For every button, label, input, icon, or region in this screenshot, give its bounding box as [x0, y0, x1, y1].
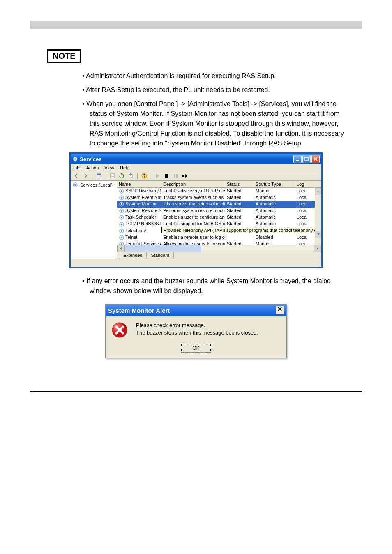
svg-point-17: [74, 184, 76, 186]
svg-rect-15: [182, 175, 184, 177]
forward-icon[interactable]: [82, 173, 89, 179]
close-button[interactable]: [311, 155, 320, 163]
gear-icon: [119, 222, 125, 227]
right-panel: Name Description Status Startup Type Log…: [117, 181, 321, 259]
menubar: File Action View Help: [71, 164, 321, 171]
gear-icon: [72, 182, 78, 188]
gear-icon: [119, 201, 125, 207]
scrollbar-thumb[interactable]: [125, 245, 201, 252]
service-row[interactable]: TelnetEnables a remote user to log on …D…: [117, 234, 321, 241]
maximize-button[interactable]: [302, 155, 311, 163]
scroll-down-icon[interactable]: [315, 231, 321, 238]
svg-rect-5: [97, 174, 101, 175]
service-row[interactable]: System MonitorIt is a server that return…: [117, 201, 321, 208]
note-bullet: • After RAS Setup is executed, the PL un…: [82, 85, 345, 95]
menu-action[interactable]: Action: [86, 165, 99, 170]
stop-icon[interactable]: [164, 173, 170, 179]
svg-rect-3: [305, 157, 308, 161]
svg-point-33: [121, 237, 122, 238]
ok-button[interactable]: OK: [181, 344, 210, 352]
close-button[interactable]: [276, 306, 284, 314]
svg-point-31: [121, 230, 122, 232]
service-row[interactable]: Task SchedulerEnables a user to configur…: [117, 214, 321, 221]
gear-icon: [119, 215, 125, 220]
back-icon[interactable]: [73, 173, 80, 179]
column-status[interactable]: Status: [225, 181, 254, 187]
minimize-button[interactable]: [293, 155, 302, 163]
alert-text: Please check error message. The buzzer s…: [136, 322, 281, 338]
menu-file[interactable]: File: [73, 165, 81, 170]
note-content: • Administrator Authentication is requir…: [82, 71, 345, 148]
alert-title: System Monitor Alert: [108, 307, 276, 314]
svg-rect-6: [111, 174, 115, 178]
list-header: Name Description Status Startup Type Log: [117, 181, 321, 188]
alert-titlebar[interactable]: System Monitor Alert: [106, 305, 286, 316]
page-footer-rule: [30, 391, 362, 392]
menu-help[interactable]: Help: [120, 165, 129, 170]
column-startup-type[interactable]: Startup Type: [254, 181, 295, 187]
note-bullet: • When you open [Control Panel] -> [Admi…: [82, 99, 345, 148]
play-icon[interactable]: [154, 173, 161, 179]
svg-point-19: [121, 190, 122, 192]
gear-icon: [119, 228, 125, 234]
alert-intro: • If any error occurs and the buzzer sou…: [82, 276, 345, 296]
alert-body: Please check error message. The buzzer s…: [106, 316, 286, 344]
gear-icon: [119, 195, 125, 201]
svg-point-23: [121, 203, 122, 205]
titlebar[interactable]: Services: [71, 154, 321, 164]
alert-dialog: System Monitor Alert Please check error …: [105, 304, 287, 358]
column-logon[interactable]: Log: [295, 181, 321, 187]
menu-view[interactable]: View: [104, 165, 114, 170]
svg-rect-14: [176, 174, 178, 178]
column-description[interactable]: Description: [161, 181, 225, 187]
up-icon[interactable]: [96, 173, 102, 179]
horizontal-scrollbar[interactable]: [117, 245, 321, 252]
toolbar: ?: [71, 171, 321, 181]
restart-icon[interactable]: [182, 173, 188, 179]
gear-icon: [72, 156, 78, 162]
pause-icon[interactable]: [173, 173, 179, 179]
note-label: NOTE: [47, 49, 81, 63]
refresh-icon[interactable]: [118, 173, 125, 179]
export-icon[interactable]: [127, 173, 134, 179]
tabs: Extended Standard: [117, 252, 321, 259]
svg-point-29: [121, 224, 122, 225]
tab-extended[interactable]: Extended: [119, 252, 147, 259]
service-row[interactable]: System Event Notifi…Tracks system events…: [117, 194, 321, 201]
scroll-up-icon[interactable]: [315, 188, 321, 195]
svg-point-27: [121, 217, 122, 218]
svg-rect-12: [165, 174, 168, 178]
note-bullet: • Administrator Authentication is requir…: [82, 71, 345, 81]
svg-point-25: [121, 210, 122, 212]
page-header-bar: [30, 21, 362, 29]
window-title: Services: [80, 156, 293, 162]
gear-icon: [119, 188, 125, 194]
tooltip: Provides Telephony API (TAPI) support fo…: [161, 227, 321, 233]
services-window: Services File Action View Help ?: [69, 152, 323, 268]
gear-icon: [119, 241, 125, 245]
left-panel: Services (Local): [71, 181, 117, 259]
svg-point-1: [74, 158, 76, 160]
gear-icon: [119, 208, 125, 214]
list-rows: SSDP Discovery Ser…Enables discovery of …: [117, 188, 321, 245]
service-row[interactable]: SSDP Discovery Ser…Enables discovery of …: [117, 188, 321, 194]
svg-point-21: [121, 197, 122, 199]
svg-rect-2: [296, 160, 299, 161]
vertical-scrollbar[interactable]: [315, 188, 321, 245]
service-row[interactable]: Terminal ServicesAllows multiple users t…: [117, 241, 321, 245]
alert-buttons: OK: [106, 344, 286, 358]
properties-icon[interactable]: [109, 173, 116, 179]
window-body: Services (Local) Name Description Status…: [71, 181, 321, 259]
column-name[interactable]: Name: [117, 181, 161, 187]
alert-bullet: • If any error occurs and the buzzer sou…: [82, 276, 345, 296]
svg-rect-13: [174, 174, 175, 178]
statusbar: [71, 259, 321, 267]
tree-item-services-local[interactable]: Services (Local): [71, 182, 116, 188]
svg-text:?: ?: [143, 174, 145, 178]
tab-standard[interactable]: Standard: [146, 252, 174, 259]
gear-icon: [119, 235, 125, 240]
help-icon[interactable]: ?: [141, 173, 148, 179]
service-row[interactable]: System Restore Ser…Performs system resto…: [117, 208, 321, 214]
error-icon: [111, 322, 128, 338]
